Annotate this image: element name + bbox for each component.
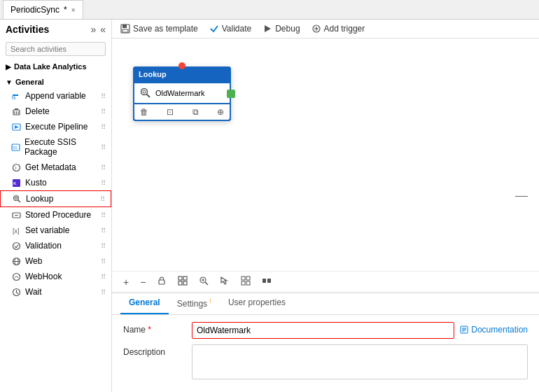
zoom-region-button[interactable] [196,274,211,289]
save-template-label: Save as template [133,24,198,34]
svg-rect-30 [122,24,127,28]
sidebar-item-wait[interactable]: Wait ⠿ [0,284,111,300]
svg-rect-40 [178,276,182,280]
name-label: Name * [123,322,186,335]
sidebar-item-label: Append variable [25,91,86,101]
tab-bar: PeriodicSync * × [0,0,539,20]
sidebar-item-execute-pipeline[interactable]: Execute Pipeline ⠿ [0,119,111,134]
svg-rect-3 [15,108,18,110]
sidebar-item-web[interactable]: Web ⠿ [0,253,111,269]
group-general-header[interactable]: ▼ General [0,76,111,88]
tab-general[interactable]: General [120,293,169,314]
drag-handle: ⠿ [101,211,106,219]
name-input[interactable] [192,322,454,339]
activity-node-lookup[interactable]: Lookup OldWatermark 🗑 ⊡ ⧉ ⊕ [133,66,231,121]
append-variable-icon: fx [11,91,21,101]
sidebar-item-lookup[interactable]: Lookup ⠿ [0,190,111,207]
doc-icon [460,326,468,334]
node-port-right[interactable] [227,90,235,98]
kusto-icon: K [11,178,21,188]
tab-settings[interactable]: Settings ! [169,293,220,314]
wait-icon [11,287,21,297]
properties-panel: General Settings ! User properties Name … [112,293,539,392]
validation-icon [11,241,21,251]
svg-rect-50 [246,276,250,280]
svg-text:fx: fx [12,95,16,100]
toolbar: Save as template Validate Debug Add trig… [112,20,539,38]
drag-handle: ⠿ [101,288,106,296]
search-input[interactable] [6,42,106,56]
sidebar-item-execute-ssis[interactable]: SS Execute SSIS Package ⠿ [0,134,111,160]
sidebar-item-validation[interactable]: Validation ⠿ [0,238,111,253]
svg-point-15 [13,195,18,200]
validate-icon [209,24,219,34]
tab-close-button[interactable]: × [71,6,76,14]
sidebar-item-label: Web [25,256,42,266]
svg-point-38 [143,90,146,93]
node-name-label: OldWatermark [155,89,205,97]
required-indicator: * [148,325,151,335]
sidebar-item-label: Execute SSIS Package [24,137,101,157]
sidebar-item-label: Lookup [26,194,53,204]
tab-periodic-sync[interactable]: PeriodicSync * × [3,0,83,19]
zoom-in-button[interactable]: + [120,275,132,289]
sidebar-item-label: Validation [25,241,62,251]
svg-marker-8 [15,125,19,129]
svg-marker-32 [265,25,271,32]
properties-tabs: General Settings ! User properties [112,293,539,315]
copy-node-icon[interactable]: ⧉ [192,107,199,117]
settings-badge: ! [209,298,211,304]
svg-rect-39 [159,280,164,284]
fit-canvas-button[interactable] [175,274,190,289]
sidebar-item-set-variable[interactable]: [x] Set variable ⠿ [0,223,111,238]
pin-icon[interactable]: » [90,24,96,35]
tab-modified: * [64,5,67,15]
snap-button[interactable] [259,274,274,289]
sidebar-item-kusto[interactable]: K Kusto ⠿ [0,175,111,190]
drag-handle: ⠿ [101,273,106,281]
zoom-out-button[interactable]: − [137,275,148,289]
sidebar-item-label: Execute Pipeline [25,122,88,132]
sidebar-item-delete[interactable]: Delete ⠿ [0,104,111,119]
grid-button[interactable] [238,274,253,289]
lock-button[interactable] [154,274,169,289]
drag-handle: ⠿ [101,123,106,131]
web-icon [11,256,21,266]
lock-icon [157,276,167,286]
save-template-button[interactable]: Save as template [120,24,198,34]
select-button[interactable] [217,274,232,289]
sidebar-item-label: Wait [25,287,42,297]
svg-point-21 [13,242,20,249]
documentation-link[interactable]: Documentation [460,322,528,335]
collapse-icon[interactable]: « [100,24,106,35]
sidebar-item-get-metadata[interactable]: i Get Metadata ⠿ [0,160,111,175]
sidebar-item-append-variable[interactable]: fx Append variable ⠿ [0,88,111,104]
svg-line-45 [205,282,208,285]
add-trigger-button[interactable]: Add trigger [312,24,365,34]
sidebar-item-stored-procedure[interactable]: Stored Procedure ⠿ [0,207,111,223]
drag-handle: ⠿ [101,258,106,265]
tab-user-properties[interactable]: User properties [220,293,294,314]
description-input[interactable] [192,344,528,379]
documentation-label: Documentation [471,325,528,335]
debug-button[interactable]: Debug [262,24,300,34]
sidebar-item-label: Delete [25,106,50,116]
node-actions: 🗑 ⊡ ⧉ ⊕ [133,104,231,121]
connect-node-icon[interactable]: ⊕ [217,107,224,117]
add-trigger-label: Add trigger [324,24,365,34]
canvas[interactable]: Lookup OldWatermark 🗑 ⊡ ⧉ ⊕ [112,38,539,271]
sidebar: Activities » « ▶ Data Lake Analytics ▼ G… [0,20,112,392]
drag-handle: ⠿ [100,195,105,203]
delete-node-icon[interactable]: 🗑 [140,107,148,117]
validate-button[interactable]: Validate [209,24,251,34]
sidebar-item-webhook[interactable]: WebHook ⠿ [0,269,111,284]
group-general-label: General [15,78,44,86]
properties-content: Name * Documentation Description [112,315,539,392]
drag-handle: ⠿ [101,144,106,151]
group-data-lake-header[interactable]: ▶ Data Lake Analytics [0,60,111,73]
group-arrow-icon: ▶ [6,63,11,71]
node-port-top[interactable] [178,62,186,69]
select-icon [220,276,230,286]
sidebar-header: Activities » « [0,20,111,39]
clone-node-icon[interactable]: ⊡ [167,107,174,117]
